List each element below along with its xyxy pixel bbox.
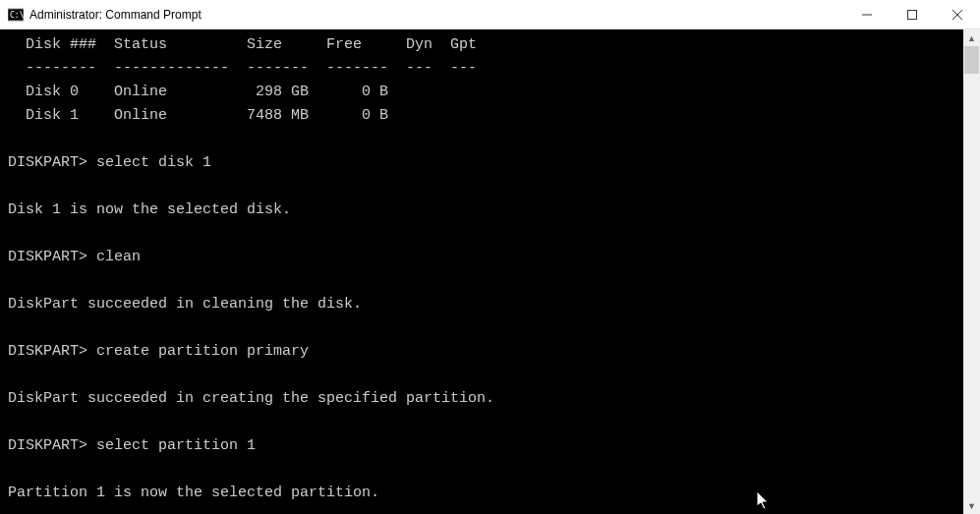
window-title: Administrator: Command Prompt [29,8,844,22]
titlebar: C:\ Administrator: Command Prompt [0,0,980,29]
svg-text:C:\: C:\ [10,11,24,20]
vertical-scrollbar[interactable]: ▲ ▼ [963,29,980,514]
scroll-up-arrow[interactable]: ▲ [963,29,980,46]
minimize-button[interactable] [844,0,890,29]
window-controls [844,0,980,29]
scroll-thumb[interactable] [964,46,979,74]
svg-rect-3 [908,11,917,20]
scroll-down-arrow[interactable]: ▼ [963,497,980,514]
console-output[interactable]: Disk ### Status Size Free Dyn Gpt ------… [0,29,963,514]
cmd-icon: C:\ [8,7,24,23]
close-button[interactable] [935,0,980,29]
console-wrapper: Disk ### Status Size Free Dyn Gpt ------… [0,29,980,514]
maximize-button[interactable] [890,0,935,29]
